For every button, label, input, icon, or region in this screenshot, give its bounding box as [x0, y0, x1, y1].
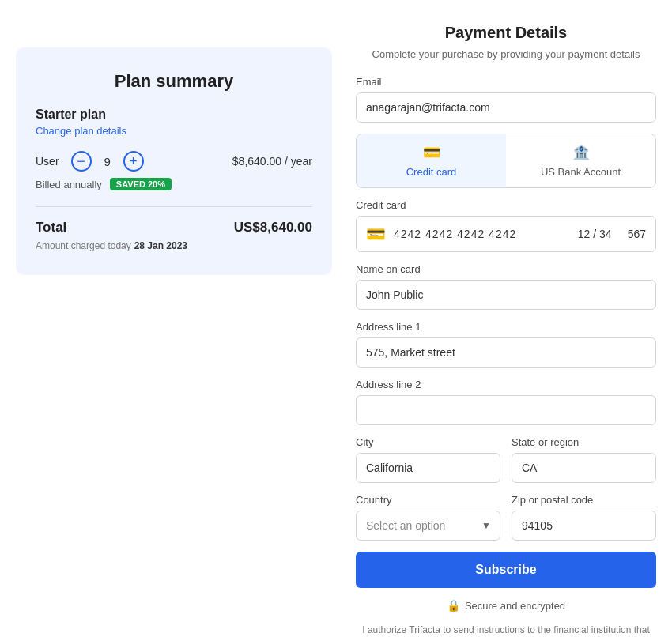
card-cvv: 567: [628, 228, 646, 240]
billed-text: Billed annually: [36, 179, 102, 190]
plan-summary-title: Plan summary: [36, 71, 312, 92]
user-controls: User − 9 +: [36, 151, 144, 172]
secure-text: Secure and encrypted: [465, 600, 565, 612]
address2-group: Address line 2: [356, 379, 656, 425]
right-panel: Payment Details Complete your purchase b…: [356, 16, 656, 637]
zip-label: Zip or postal code: [512, 494, 656, 506]
user-count: 9: [100, 155, 115, 168]
address2-input[interactable]: [356, 395, 656, 425]
state-group: State or region: [512, 436, 656, 483]
city-label: City: [356, 436, 500, 448]
state-input[interactable]: [512, 453, 656, 483]
card-expiry: 12 / 34: [578, 228, 612, 240]
zip-group: Zip or postal code: [512, 494, 656, 541]
email-field-group: Email: [356, 76, 656, 122]
tab-bank-account-label: US Bank Account: [541, 166, 621, 178]
card-number: 4242 4242 4242 4242: [394, 228, 570, 240]
address1-input[interactable]: [356, 337, 656, 368]
saved-badge: SAVED 20%: [110, 178, 172, 190]
payment-title: Payment Details: [356, 24, 656, 42]
address2-label: Address line 2: [356, 379, 656, 390]
amount-charged-date: 28 Jan 2023: [134, 240, 187, 251]
city-state-row: City State or region: [356, 436, 656, 483]
card-chip-icon: 💳: [366, 224, 386, 243]
left-panel: Plan summary Starter plan Change plan de…: [16, 16, 332, 637]
total-row: Total US$8,640.00: [36, 220, 312, 236]
auth-text: I authorize Trifacta to send instruction…: [356, 623, 656, 637]
email-input[interactable]: [356, 92, 656, 122]
country-group: Country Select an option United States C…: [356, 494, 500, 541]
card-field-wrapper[interactable]: 💳 4242 4242 4242 4242 12 / 34 567: [356, 216, 656, 252]
tab-bank-account[interactable]: 🏦 US Bank Account: [506, 134, 655, 187]
billed-row: Billed annually SAVED 20%: [36, 178, 312, 190]
subscribe-button[interactable]: Subscribe: [356, 552, 656, 588]
name-on-card-input[interactable]: [356, 280, 656, 310]
credit-card-label: Credit card: [356, 199, 656, 211]
city-input[interactable]: [356, 453, 500, 483]
name-on-card-label: Name on card: [356, 263, 656, 275]
country-select[interactable]: Select an option United States Canada Un…: [356, 511, 500, 541]
country-select-wrapper: Select an option United States Canada Un…: [356, 511, 500, 541]
amount-charged-row: Amount charged today 28 Jan 2023: [36, 239, 312, 251]
address1-label: Address line 1: [356, 321, 656, 333]
lock-icon: 🔒: [447, 599, 460, 612]
user-label: User: [36, 155, 59, 168]
starter-plan-label: Starter plan: [36, 107, 312, 122]
secure-row: 🔒 Secure and encrypted: [356, 599, 656, 612]
decrement-button[interactable]: −: [71, 151, 92, 172]
user-row: User − 9 + $8,640.00 / year: [36, 151, 312, 172]
credit-card-icon: 💳: [423, 144, 440, 161]
bank-icon: 🏦: [572, 144, 590, 161]
city-group: City: [356, 436, 500, 483]
name-on-card-group: Name on card: [356, 263, 656, 310]
email-label: Email: [356, 76, 656, 88]
payment-subtitle: Complete your purchase by providing your…: [356, 48, 656, 60]
change-plan-link[interactable]: Change plan details: [36, 125, 312, 137]
payment-tabs: 💳 Credit card 🏦 US Bank Account: [356, 134, 656, 188]
amount-charged-text: Amount charged today: [36, 240, 131, 251]
total-label: Total: [36, 220, 66, 236]
state-label: State or region: [512, 436, 656, 448]
increment-button[interactable]: +: [123, 151, 144, 172]
zip-input[interactable]: [512, 511, 656, 541]
tab-credit-card[interactable]: 💳 Credit card: [357, 134, 506, 187]
address1-group: Address line 1: [356, 321, 656, 368]
tab-credit-card-label: Credit card: [406, 166, 457, 178]
total-amount: US$8,640.00: [234, 220, 312, 236]
country-label: Country: [356, 494, 500, 506]
divider: [36, 206, 312, 207]
plan-summary-card: Plan summary Starter plan Change plan de…: [16, 47, 332, 275]
price-per-year: $8,640.00 / year: [232, 155, 312, 168]
country-zip-row: Country Select an option United States C…: [356, 494, 656, 541]
